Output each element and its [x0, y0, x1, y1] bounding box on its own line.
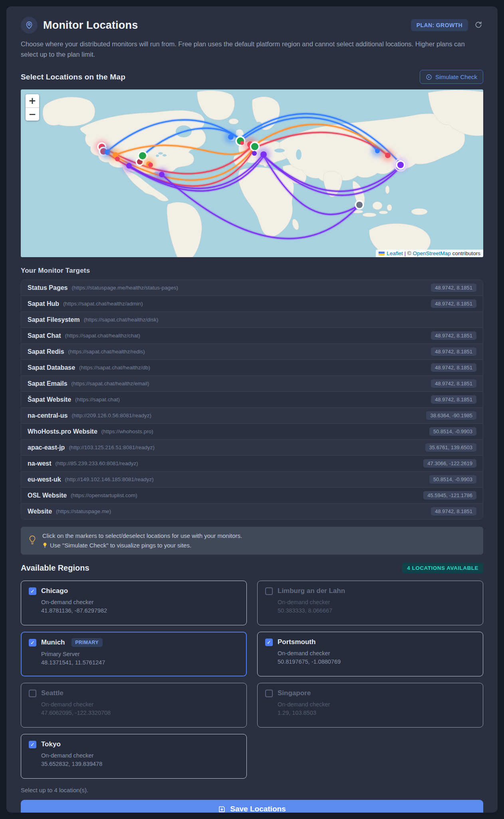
- save-locations-button[interactable]: Save Locations: [21, 800, 483, 813]
- ukraine-flag-icon: [379, 252, 385, 256]
- leaflet-link[interactable]: Leaflet: [387, 250, 403, 256]
- target-coords-badge: 48.9742, 8.1851: [431, 395, 476, 404]
- target-url: (http://103.125.216.51:8081/readyz): [69, 444, 155, 450]
- region-checkbox[interactable]: [29, 690, 36, 697]
- target-row: Status Pages(https://statuspage.me/healt…: [21, 280, 483, 295]
- region-card-munich[interactable]: ✓MunichPRIMARYPrimary Server48.1371541, …: [21, 632, 247, 676]
- target-coords-badge: 48.9742, 8.1851: [431, 331, 476, 340]
- target-row: Sapat Redis(https://sapat.chat/healthz/r…: [21, 343, 483, 359]
- zoom-out-button[interactable]: −: [26, 107, 39, 121]
- region-subtitle: Primary Server: [41, 651, 239, 657]
- world-map[interactable]: + − Leaflet | © OpenStreetMap contributo…: [21, 89, 483, 257]
- region-name: Seattle: [41, 689, 63, 697]
- region-coords: 1.29, 103.8503: [278, 710, 475, 716]
- target-row: Sapat Emails(https://sapat.chat/healthz/…: [21, 375, 483, 391]
- marker-red-1[interactable]: [115, 157, 120, 161]
- zoom-in-button[interactable]: +: [26, 94, 39, 107]
- target-row: Website(https://statuspage.me)48.9742, 8…: [21, 503, 483, 519]
- target-url: (http://209.126.0.56:8081/readyz): [71, 412, 151, 418]
- targets-heading: Your Monitor Targets: [21, 267, 483, 275]
- region-checkbox[interactable]: ✓: [265, 639, 273, 646]
- region-card-tokyo[interactable]: ✓TokyoOn-demand checker35.652832, 139.83…: [21, 734, 247, 779]
- region-card-singapore[interactable]: SingaporeOn-demand checker1.29, 103.8503: [257, 683, 483, 728]
- target-name: Status Pages: [28, 284, 67, 292]
- region-checkbox[interactable]: [265, 690, 273, 697]
- region-name: Limburg an der Lahn: [278, 587, 345, 595]
- region-coords: 50.383333, 8.066667: [278, 607, 475, 614]
- marker-red-2[interactable]: [148, 163, 153, 167]
- target-coords-badge: 48.9742, 8.1851: [431, 507, 476, 516]
- save-icon: [218, 805, 226, 813]
- target-url: (https://statuspage.me): [56, 508, 111, 514]
- target-url: (https://sapat.chat/healthz/disk): [84, 317, 159, 323]
- region-name: Portsmouth: [278, 638, 315, 646]
- target-name: Sapat Redis: [28, 348, 64, 355]
- target-url: (https://sapat.chat/healthz/db): [79, 365, 150, 371]
- target-name: eu-west-uk: [28, 476, 61, 483]
- region-name: Singapore: [278, 689, 311, 697]
- simulate-check-button[interactable]: Simulate Check: [420, 70, 483, 84]
- marker-blue-uk[interactable]: [224, 131, 237, 143]
- marker-tokyo-purple[interactable]: [394, 158, 407, 172]
- regions-grid: ✓ChicagoOn-demand checker41.8781136, -87…: [21, 581, 483, 779]
- region-coords: 41.8781136, -87.6297982: [41, 607, 239, 614]
- target-url: (https://whohosts.pro): [101, 428, 153, 434]
- marker-purple-small[interactable]: [252, 151, 257, 156]
- region-checkbox[interactable]: ✓: [29, 741, 36, 748]
- marker-purple-italy[interactable]: [257, 148, 270, 161]
- target-coords-badge: 48.9742, 8.1851: [431, 284, 476, 292]
- target-url: (https://sapat.chat/healthz/email): [71, 381, 149, 387]
- marker-munich-green[interactable]: [250, 142, 260, 152]
- lightbulb-icon: [28, 535, 37, 547]
- target-coords-badge: 47.3066, -122.2619: [423, 459, 476, 468]
- refresh-button[interactable]: [474, 20, 483, 31]
- target-row: na-west(http://85.239.233.60:8081/readyz…: [21, 455, 483, 471]
- tip-line-1: Click on the markers to select/deselect …: [42, 531, 242, 541]
- location-pin-icon: [21, 17, 38, 34]
- target-name: Sapat Filesystem: [28, 316, 80, 323]
- marker-singapore-gray[interactable]: [355, 200, 364, 210]
- region-card-chicago[interactable]: ✓ChicagoOn-demand checker41.8781136, -87…: [21, 581, 247, 625]
- bulb-emoji-icon: [42, 542, 48, 549]
- region-coords: 50.8197675, -1.0880769: [278, 658, 475, 665]
- tip-box: Click on the markers to select/deselect …: [21, 527, 483, 555]
- region-checkbox[interactable]: ✓: [29, 587, 36, 595]
- plan-badge: PLAN: GROWTH: [411, 19, 468, 31]
- target-row: na-central-us(http://209.126.0.56:8081/r…: [21, 407, 483, 423]
- refresh-icon: [474, 21, 482, 29]
- region-coords: 48.1371541, 11.5761247: [41, 659, 239, 666]
- region-subtitle: On-demand checker: [278, 701, 475, 708]
- target-url: (https://sapat.chat): [75, 397, 120, 403]
- region-coords: 35.652832, 139.839478: [41, 761, 239, 767]
- target-coords-badge: 38.6364, -90.1985: [426, 411, 476, 420]
- region-checkbox[interactable]: [265, 587, 273, 595]
- target-name: Website: [28, 508, 52, 515]
- marker-purple-1[interactable]: [123, 159, 135, 172]
- target-name: Sapat Database: [28, 364, 75, 371]
- marker-purple-2[interactable]: [155, 168, 168, 181]
- target-row: Šapat Website(https://sapat.chat)48.9742…: [21, 391, 483, 407]
- map-canvas: [21, 89, 483, 257]
- osm-link[interactable]: OpenStreetMap: [413, 250, 450, 256]
- region-card-portsmouth[interactable]: ✓PortsmouthOn-demand checker50.8197675, …: [257, 632, 483, 676]
- marker-red-asia[interactable]: [381, 149, 394, 162]
- map-zoom-control: + −: [26, 94, 39, 121]
- region-checkbox[interactable]: ✓: [29, 639, 36, 646]
- target-coords-badge: 48.9742, 8.1851: [431, 299, 476, 308]
- region-subtitle: On-demand checker: [41, 752, 239, 759]
- region-card-seattle[interactable]: SeattleOn-demand checker47.6062095, -122…: [21, 683, 247, 728]
- target-name: na-central-us: [28, 412, 67, 419]
- target-name: Sapat Chat: [28, 332, 61, 339]
- target-url: (https://sapat.chat/healthz/admin): [63, 301, 143, 307]
- page-description: Choose where your distributed monitors w…: [21, 39, 483, 59]
- marker-red-uk[interactable]: [240, 141, 244, 145]
- target-url: (https://statuspage.me/healthz/status-pa…: [71, 285, 178, 291]
- target-coords-badge: 48.9742, 8.1851: [431, 347, 476, 356]
- target-name: Sapat Emails: [28, 380, 67, 387]
- region-card-limburg-an-der-lahn[interactable]: Limburg an der LahnOn-demand checker50.3…: [257, 581, 483, 625]
- target-coords-badge: 45.5945, -121.1786: [423, 491, 476, 500]
- primary-badge: PRIMARY: [71, 638, 103, 647]
- target-coords-badge: 35.6761, 139.6503: [425, 443, 476, 452]
- target-row: apac-east-jp(http://103.125.216.51:8081/…: [21, 439, 483, 455]
- region-coords: 47.6062095, -122.3320708: [41, 710, 239, 716]
